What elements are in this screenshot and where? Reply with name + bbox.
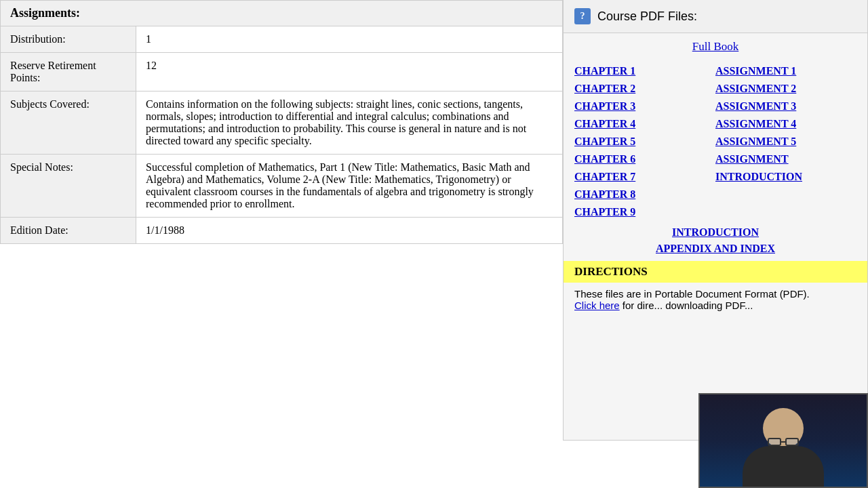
- panel-title: Course PDF Files:: [597, 9, 697, 24]
- info-table: Assignments: Distribution: 1 Reserve Ret…: [0, 0, 563, 244]
- chapter-7-link[interactable]: CHAPTER 7: [574, 169, 715, 185]
- assignment-6-link[interactable]: ASSIGNMENT: [715, 151, 856, 167]
- person-glasses: [766, 438, 800, 446]
- assignments-header-label: Assignments:: [10, 6, 80, 20]
- reserve-points-value: 12: [136, 53, 563, 92]
- chapters-grid: CHAPTER 1 ASSIGNMENT 1 CHAPTER 2 ASSIGNM…: [564, 60, 867, 223]
- extra-links: INTRODUCTION APPENDIX AND INDEX: [564, 223, 867, 258]
- assignment-4-link[interactable]: ASSIGNMENT 4: [715, 116, 856, 132]
- chapter-3-link[interactable]: CHAPTER 3: [574, 98, 715, 115]
- edition-date-row: Edition Date: 1/1/1988: [1, 218, 563, 244]
- appendix-index-link[interactable]: APPENDIX AND INDEX: [574, 241, 856, 257]
- video-overlay: [698, 393, 868, 488]
- introduction-link[interactable]: INTRODUCTION: [574, 224, 856, 241]
- assignments-header-row: Assignments:: [1, 1, 563, 26]
- special-notes-row: Special Notes: Successful completion of …: [1, 155, 563, 218]
- distribution-value: 1: [136, 26, 563, 53]
- directions-body-text: These files are in Portable Document For…: [574, 288, 810, 300]
- placeholder-8: [715, 186, 856, 203]
- assignment-5-link[interactable]: ASSIGNMENT 5: [715, 134, 856, 150]
- placeholder-9: [715, 204, 856, 220]
- chapter-5-link[interactable]: CHAPTER 5: [574, 134, 715, 150]
- assignment-1-link[interactable]: ASSIGNMENT 1: [715, 63, 856, 79]
- panel-header: ? Course PDF Files:: [564, 0, 867, 33]
- subjects-covered-label: Subjects Covered:: [1, 92, 136, 155]
- assignment-2-link[interactable]: ASSIGNMENT 2: [715, 81, 856, 97]
- directions-label: DIRECTIONS: [574, 265, 648, 278]
- directions-bar: DIRECTIONS: [564, 261, 867, 283]
- subjects-covered-row: Subjects Covered: Contains information o…: [1, 92, 563, 155]
- person-head: [763, 408, 804, 449]
- chapter-6-link[interactable]: CHAPTER 6: [574, 151, 715, 167]
- reserve-points-label: Reserve Retirement Points:: [1, 53, 136, 92]
- distribution-label: Distribution:: [1, 26, 136, 53]
- glass-left: [768, 438, 781, 446]
- chapter-9-link[interactable]: CHAPTER 9: [574, 204, 715, 220]
- edition-date-value: 1/1/1988: [136, 218, 563, 244]
- assignment-3-link[interactable]: ASSIGNMENT 3: [715, 98, 856, 115]
- introduction-link-right[interactable]: INTRODUCTION: [715, 169, 856, 185]
- edition-date-label: Edition Date:: [1, 218, 136, 244]
- glass-right: [785, 438, 799, 446]
- reserve-points-row: Reserve Retirement Points: 12: [1, 53, 563, 92]
- chapter-4-link[interactable]: CHAPTER 4: [574, 116, 715, 132]
- click-here-link[interactable]: Click here: [574, 300, 620, 311]
- special-notes-label: Special Notes:: [1, 155, 136, 218]
- glass-bridge: [781, 441, 785, 443]
- help-icon: ?: [574, 8, 591, 24]
- person-body: [743, 446, 824, 487]
- chapter-8-link[interactable]: CHAPTER 8: [574, 186, 715, 203]
- main-content: Assignments: Distribution: 1 Reserve Ret…: [0, 0, 563, 488]
- course-pdf-panel: ? Course PDF Files: Full Book CHAPTER 1 …: [563, 0, 868, 441]
- assignments-header-cell: Assignments:: [1, 1, 563, 26]
- subjects-covered-value: Contains information on the following su…: [136, 92, 563, 155]
- distribution-row: Distribution: 1: [1, 26, 563, 53]
- directions-body-text2: for dire... downloading PDF...: [623, 300, 753, 311]
- full-book-link[interactable]: Full Book: [564, 33, 867, 60]
- directions-text-block: These files are in Portable Document For…: [564, 283, 867, 317]
- special-notes-value: Successful completion of Mathematics, Pa…: [136, 155, 563, 218]
- chapter-1-link[interactable]: CHAPTER 1: [574, 63, 715, 79]
- chapter-2-link[interactable]: CHAPTER 2: [574, 81, 715, 97]
- video-person: [700, 394, 867, 487]
